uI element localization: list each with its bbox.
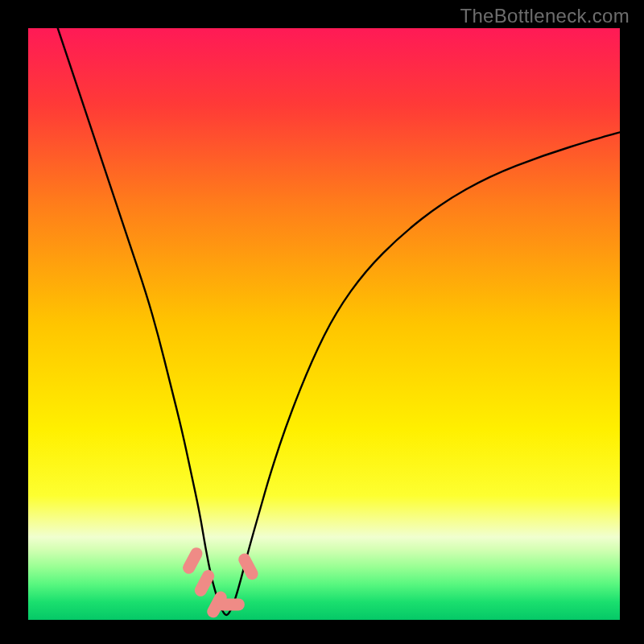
- chart-frame: TheBottleneck.com: [0, 0, 644, 644]
- pink-marker-e: [245, 559, 252, 574]
- pink-marker-b: [200, 576, 208, 591]
- watermark-text: TheBottleneck.com: [460, 5, 630, 27]
- bottleneck-chart: [28, 28, 620, 620]
- pink-marker-a: [189, 554, 196, 568]
- gradient-background: [28, 28, 620, 620]
